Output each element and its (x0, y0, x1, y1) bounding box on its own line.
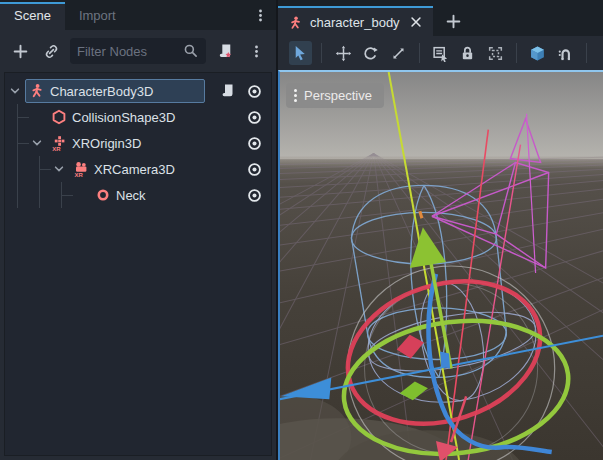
new-scene-tab-button[interactable] (441, 8, 467, 34)
viewport-3d[interactable]: Perspective (278, 70, 603, 460)
node-pill[interactable]: Neck (91, 183, 153, 207)
toolbar-separator (586, 43, 587, 63)
rotate-mode-button[interactable] (359, 41, 382, 65)
tree-guide (39, 169, 51, 170)
node-pill[interactable]: CharacterBody3D (25, 79, 205, 103)
viewport-3d-canvas[interactable] (280, 72, 603, 460)
visibility-eye-icon[interactable] (245, 134, 263, 152)
scene-toolbar (0, 30, 276, 72)
close-icon[interactable] (409, 15, 423, 29)
scene-dock: Scene Import CharacterBody3D CollisionSh (0, 0, 278, 460)
scale-icon (390, 45, 407, 62)
move-icon (335, 45, 352, 62)
node-pill[interactable]: CollisionShape3D (47, 105, 182, 129)
horizon-haze (280, 157, 603, 169)
scene-tree-options-button[interactable] (244, 39, 268, 63)
tab-scene[interactable]: Scene (0, 2, 65, 30)
tree-guide (17, 182, 18, 208)
godot-editor-window: Scene Import CharacterBody3D CollisionSh (0, 0, 603, 460)
chevron-down-icon[interactable] (53, 163, 65, 175)
group-icon (487, 45, 504, 62)
group-selected-button[interactable] (484, 41, 507, 65)
move-mode-button[interactable] (331, 41, 354, 65)
plane-handle-blue[interactable] (440, 352, 450, 369)
xr-origin-3d-icon: XR (51, 135, 67, 151)
instantiate-scene-button[interactable] (39, 39, 63, 63)
chevron-down-icon[interactable] (9, 85, 21, 97)
filter-nodes-box (70, 38, 206, 64)
node-pill[interactable]: XR XROrigin3D (47, 131, 148, 155)
view-menu-dots-icon (294, 89, 297, 102)
toolbar-separator (516, 43, 517, 63)
add-node-button[interactable] (8, 39, 32, 63)
character-body-3d-icon (29, 83, 45, 99)
tree-node-collisionshape3d[interactable]: CollisionShape3D (5, 104, 271, 130)
select-arrow-icon (292, 45, 309, 62)
collision-shape-3d-icon (51, 109, 67, 125)
viewport-toolbar (278, 36, 603, 70)
select-mode-button[interactable] (289, 41, 312, 65)
dock-tab-bar: Scene Import (0, 0, 276, 30)
main-editor-area: character_body (278, 0, 603, 460)
neck-ring-icon (95, 187, 111, 203)
tree-guide (17, 117, 29, 118)
node-label: CollisionShape3D (72, 110, 175, 125)
search-icon (183, 43, 199, 59)
tree-node-neck[interactable]: Neck (5, 182, 271, 208)
node-label: XROrigin3D (72, 136, 141, 151)
tree-guide (39, 182, 40, 208)
visibility-eye-icon[interactable] (245, 186, 263, 204)
tree-guide (17, 156, 18, 182)
svg-text:XR: XR (74, 172, 83, 177)
node-label: XRCamera3D (94, 162, 175, 177)
snap-mode-button[interactable] (554, 41, 577, 65)
visibility-eye-icon[interactable] (245, 160, 263, 178)
tab-import[interactable]: Import (65, 2, 130, 30)
scale-mode-button[interactable] (386, 41, 409, 65)
tree-guide (61, 195, 73, 196)
attach-script-button[interactable] (213, 39, 237, 63)
toolbar-separator (321, 43, 322, 63)
cube-icon (529, 45, 546, 62)
visibility-eye-icon[interactable] (245, 82, 263, 100)
toolbar-separator (419, 43, 420, 63)
tree-guide (17, 143, 29, 144)
lock-selected-button[interactable] (456, 41, 479, 65)
local-space-button[interactable] (526, 41, 549, 65)
tree-node-xrcamera3d[interactable]: XR XRCamera3D (5, 156, 271, 182)
visibility-eye-icon[interactable] (245, 108, 263, 126)
character-body-3d-icon (288, 15, 303, 30)
dock-menu-kebab-icon[interactable] (248, 3, 272, 27)
scene-tree-wrap: CharacterBody3D CollisionShape3D XR XROr… (0, 72, 276, 460)
rotate-icon (362, 45, 379, 62)
node-label: Neck (116, 188, 146, 203)
node-pill[interactable]: XR XRCamera3D (69, 157, 182, 181)
script-icon[interactable] (219, 82, 237, 100)
scene-tree: CharacterBody3D CollisionShape3D XR XROr… (4, 72, 272, 456)
magnet-icon (557, 45, 574, 62)
tree-node-characterbody3d[interactable]: CharacterBody3D (5, 78, 271, 104)
tree-node-xrorigin3d[interactable]: XR XROrigin3D (5, 130, 271, 156)
filter-nodes-input[interactable] (77, 44, 179, 59)
scene-tab-label: character_body (310, 15, 400, 30)
scene-tab-bar: character_body (278, 0, 603, 36)
svg-text:XR: XR (52, 146, 61, 151)
perspective-view-menu[interactable]: Perspective (286, 83, 384, 108)
view-menu-label: Perspective (304, 88, 372, 103)
select-list-icon (432, 45, 449, 62)
scene-tab-character-body[interactable]: character_body (278, 6, 433, 36)
chevron-down-icon[interactable] (31, 137, 43, 149)
node-label: CharacterBody3D (50, 84, 153, 99)
xr-camera-3d-icon: XR (73, 161, 89, 177)
list-select-button[interactable] (429, 41, 452, 65)
lock-icon (459, 45, 476, 62)
